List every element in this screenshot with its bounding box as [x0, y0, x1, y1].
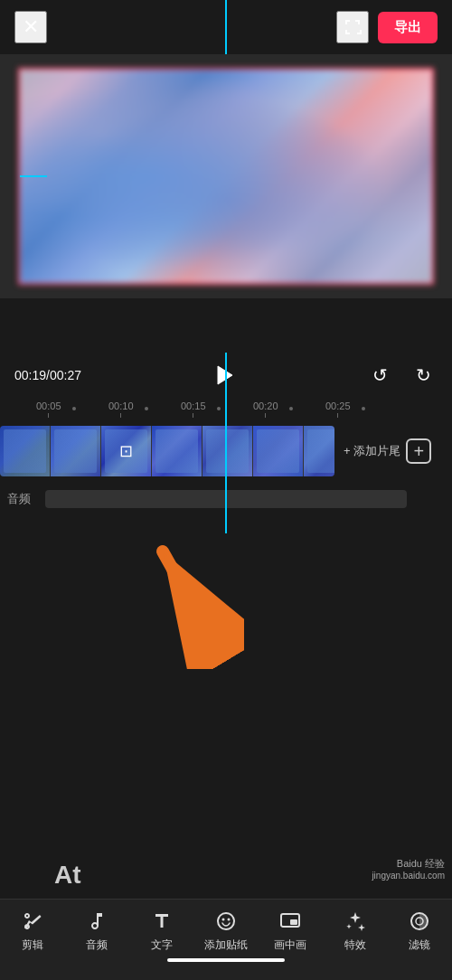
time-display: 00:19/00:27 — [14, 368, 81, 382]
svg-point-3 — [221, 919, 224, 921]
top-right-buttons: 导出 — [336, 11, 438, 43]
close-button[interactable]: ✕ — [14, 11, 47, 43]
bottom-toolbar: 剪辑音频文字添加贴纸画中画特效滤镜 — [0, 899, 452, 980]
add-clip-plus-icon[interactable]: + — [406, 438, 431, 464]
home-indicator — [167, 958, 285, 962]
pip-icon — [279, 909, 301, 934]
watermark-line2: Baidu 经验 — [397, 857, 445, 871]
toolbar-item-filter[interactable]: 滤镜 — [392, 909, 447, 953]
audio-icon — [86, 909, 108, 934]
redo-button[interactable]: ↻ — [409, 361, 438, 390]
ruler-dot — [145, 407, 148, 410]
undo-button[interactable]: ↺ — [365, 361, 394, 390]
toolbar-item-audio[interactable]: 音频 — [70, 909, 124, 953]
preview-blur-overlay — [20, 70, 432, 283]
svg-point-2 — [218, 913, 234, 929]
timeline-playhead — [225, 353, 227, 533]
video-thumbnail-6 — [253, 426, 304, 476]
filter-icon — [409, 909, 430, 934]
play-button[interactable] — [205, 357, 241, 393]
toolbar-label-pip: 画中画 — [274, 938, 306, 953]
at-badge: At — [54, 861, 81, 890]
toolbar-item-text[interactable]: 文字 — [135, 909, 189, 953]
toolbar-label-audio: 音频 — [86, 938, 108, 953]
ruler-tick: 00:05 — [36, 400, 61, 418]
toolbar-items: 剪辑音频文字添加贴纸画中画特效滤镜 — [0, 909, 452, 953]
fullscreen-button[interactable] — [336, 11, 369, 43]
video-thumbnail-1 — [0, 426, 51, 476]
playhead-preview-line — [20, 175, 47, 177]
video-thumbnail-4 — [152, 426, 202, 476]
video-thumbnail-7 — [304, 426, 334, 476]
ruler-dot — [362, 407, 365, 410]
toolbar-item-effects[interactable]: 特效 — [328, 909, 382, 953]
export-button[interactable]: 导出 — [378, 12, 438, 43]
middle-spacer — [0, 298, 452, 353]
cut-icon — [22, 909, 43, 934]
audio-label: 音频 — [7, 491, 31, 507]
toolbar-label-sticker: 添加贴纸 — [204, 938, 248, 953]
ruler-tick: 00:25 — [325, 400, 351, 418]
at-text: At — [54, 861, 81, 889]
watermark: Baidu 经验 jingyan.baidu.com — [372, 857, 445, 881]
svg-rect-6 — [290, 919, 297, 925]
sticker-icon — [215, 909, 237, 934]
preview-area — [0, 54, 452, 298]
arrow-annotation — [118, 524, 244, 673]
timeline-section: 00:19/00:27 ↺ ↻ 00:0500:1000:1500:2000:2… — [0, 353, 452, 533]
ruler-tick: 00:20 — [253, 400, 278, 418]
ruler-tick: 00:15 — [181, 400, 206, 418]
toolbar-item-pip[interactable]: 画中画 — [263, 909, 317, 953]
video-thumbnail-3: ⊡ — [101, 426, 152, 476]
video-thumbnail-2 — [51, 426, 101, 476]
speed-icon: ⊡ — [119, 441, 133, 461]
toolbar-item-cut[interactable]: 剪辑 — [5, 909, 60, 953]
watermark-line1: jingyan.baidu.com — [372, 871, 445, 881]
add-clip-label: + 添加片尾 — [344, 443, 400, 459]
toolbar-label-effects: 特效 — [344, 938, 366, 953]
toolbar-label-text: 文字 — [151, 938, 173, 953]
video-thumbnail-5 — [202, 426, 253, 476]
svg-point-4 — [227, 919, 230, 921]
ruler-tick: 00:10 — [108, 400, 134, 418]
text-icon — [151, 909, 173, 934]
ruler-dot — [217, 407, 221, 410]
ruler-dot — [289, 407, 293, 410]
undo-redo-group: ↺ ↻ — [365, 361, 438, 390]
effects-icon — [344, 909, 366, 934]
video-track[interactable]: ⊡ — [0, 426, 334, 476]
video-preview — [18, 68, 434, 285]
toolbar-item-sticker[interactable]: 添加贴纸 — [199, 909, 253, 953]
playhead-top-line — [225, 0, 227, 54]
toolbar-label-filter: 滤镜 — [409, 938, 430, 953]
add-clip-button[interactable]: + 添加片尾 + — [334, 438, 440, 464]
toolbar-label-cut: 剪辑 — [22, 938, 43, 953]
ruler-dot — [72, 407, 76, 410]
top-bar: ✕ 导出 — [0, 0, 452, 54]
